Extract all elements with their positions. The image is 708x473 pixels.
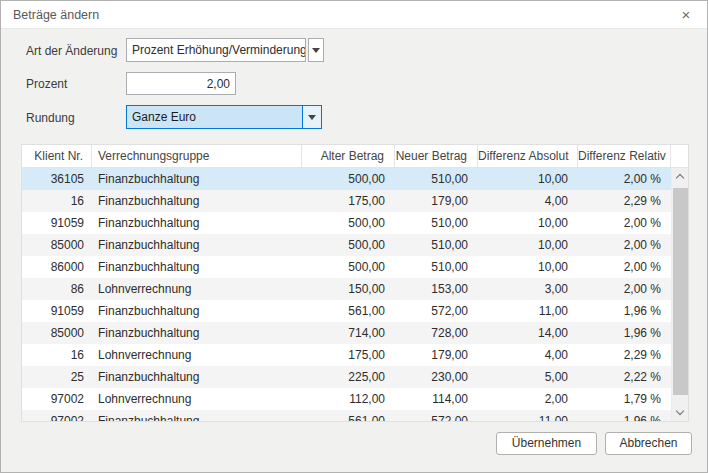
chevron-up-icon [676,174,684,182]
apply-button[interactable]: Übernehmen [496,432,597,455]
table-body: 36105 Finanzbuchhaltung 500,00 510,00 10… [22,168,671,421]
cell-neuer-betrag: 510,00 [395,256,478,278]
table-row[interactable]: 86 Lohnverrechnung 150,00 153,00 3,00 2,… [22,278,671,300]
cell-verrechnungsgruppe: Finanzbuchhaltung [92,322,302,344]
scrollbar-thumb[interactable] [673,188,688,395]
table-row[interactable]: 36105 Finanzbuchhaltung 500,00 510,00 10… [22,168,671,190]
cell-klient-nr: 85000 [22,322,92,344]
cell-verrechnungsgruppe: Lohnverrechnung [92,278,302,300]
change-type-label: Art der Änderung [26,44,117,58]
cell-klient-nr: 86 [22,278,92,300]
cell-differenz-relativ: 2,00 % [578,212,671,234]
column-header-klient-nr[interactable]: Klient Nr. [22,145,92,167]
cell-differenz-relativ: 2,00 % [578,278,671,300]
cell-differenz-absolut: 10,00 [478,234,578,256]
table-row[interactable]: 16 Finanzbuchhaltung 175,00 179,00 4,00 … [22,190,671,212]
cell-differenz-absolut: 3,00 [478,278,578,300]
cell-verrechnungsgruppe: Finanzbuchhaltung [92,410,302,421]
column-header-verrechnungsgruppe[interactable]: Verrechnungsgruppe [92,145,302,167]
cell-verrechnungsgruppe: Finanzbuchhaltung [92,234,302,256]
cell-verrechnungsgruppe: Finanzbuchhaltung [92,168,302,190]
cell-alter-betrag: 500,00 [302,212,395,234]
cell-klient-nr: 86000 [22,256,92,278]
change-amounts-dialog: Beträge ändern × Art der Änderung Prozen… [0,0,708,473]
cell-neuer-betrag: 572,00 [395,300,478,322]
dialog-title: Beträge ändern [13,8,99,22]
triangle-icon [308,115,316,120]
column-header-neuer-betrag[interactable]: Neuer Betrag [395,145,478,167]
cell-differenz-relativ: 1,96 % [578,322,671,344]
column-header-differenz-relativ[interactable]: Differenz Relativ [578,145,671,167]
scroll-up-icon[interactable] [672,168,689,185]
chevron-down-icon[interactable] [308,38,324,62]
table-row[interactable]: 97002 Lohnverrechnung 112,00 114,00 2,00… [22,388,671,410]
percent-label: Prozent [26,77,67,91]
cell-alter-betrag: 714,00 [302,322,395,344]
cell-klient-nr: 85000 [22,234,92,256]
table-row[interactable]: 91059 Finanzbuchhaltung 500,00 510,00 10… [22,212,671,234]
table-row[interactable]: 97002 Finanzbuchhaltung 561,00 572,00 11… [22,410,671,421]
table-row[interactable]: 86000 Finanzbuchhaltung 500,00 510,00 10… [22,256,671,278]
table-row[interactable]: 16 Lohnverrechnung 175,00 179,00 4,00 2,… [22,344,671,366]
cell-alter-betrag: 150,00 [302,278,395,300]
cell-differenz-absolut: 5,00 [478,366,578,388]
close-icon[interactable]: × [675,5,697,25]
cell-differenz-relativ: 2,00 % [578,234,671,256]
rounding-value: Ganze Euro [127,106,302,128]
chevron-down-icon[interactable] [302,106,321,128]
cell-klient-nr: 91059 [22,300,92,322]
cell-differenz-relativ: 2,29 % [578,190,671,212]
percent-input[interactable] [126,72,236,95]
cell-alter-betrag: 500,00 [302,256,395,278]
cell-alter-betrag: 175,00 [302,190,395,212]
cell-differenz-absolut: 4,00 [478,344,578,366]
cell-neuer-betrag: 510,00 [395,168,478,190]
cell-neuer-betrag: 510,00 [395,212,478,234]
amounts-table: Klient Nr. Verrechnungsgruppe Alter Betr… [21,144,689,422]
cell-klient-nr: 25 [22,366,92,388]
table-row[interactable]: 85000 Finanzbuchhaltung 500,00 510,00 10… [22,234,671,256]
cell-differenz-relativ: 2,00 % [578,256,671,278]
table-row[interactable]: 85000 Finanzbuchhaltung 714,00 728,00 14… [22,322,671,344]
cell-neuer-betrag: 114,00 [395,388,478,410]
cell-neuer-betrag: 510,00 [395,234,478,256]
cell-differenz-absolut: 10,00 [478,168,578,190]
cell-verrechnungsgruppe: Finanzbuchhaltung [92,300,302,322]
triangle-icon [312,48,320,53]
cell-verrechnungsgruppe: Finanzbuchhaltung [92,190,302,212]
scroll-down-icon[interactable] [672,404,689,421]
table-row[interactable]: 91059 Finanzbuchhaltung 561,00 572,00 11… [22,300,671,322]
cell-klient-nr: 97002 [22,388,92,410]
cell-differenz-absolut: 11,00 [478,300,578,322]
rounding-dropdown[interactable]: Ganze Euro [126,105,322,129]
column-header-alter-betrag[interactable]: Alter Betrag [302,145,395,167]
rounding-label: Rundung [26,111,75,125]
cell-verrechnungsgruppe: Lohnverrechnung [92,388,302,410]
cell-differenz-relativ: 1,96 % [578,300,671,322]
cell-neuer-betrag: 230,00 [395,366,478,388]
cell-differenz-absolut: 2,00 [478,388,578,410]
dialog-titlebar: Beträge ändern × [1,1,707,29]
cell-neuer-betrag: 572,00 [395,410,478,421]
cell-differenz-absolut: 4,00 [478,190,578,212]
change-type-value: Prozent Erhöhung/Verminderung [126,38,306,62]
cell-neuer-betrag: 153,00 [395,278,478,300]
chevron-down-icon [676,407,684,415]
vertical-scrollbar[interactable] [671,168,688,421]
cancel-button[interactable]: Abbrechen [605,432,692,455]
cell-differenz-relativ: 2,29 % [578,344,671,366]
cell-verrechnungsgruppe: Finanzbuchhaltung [92,256,302,278]
cell-alter-betrag: 175,00 [302,344,395,366]
change-type-dropdown[interactable]: Prozent Erhöhung/Verminderung [126,38,324,62]
cell-alter-betrag: 112,00 [302,388,395,410]
cell-neuer-betrag: 179,00 [395,190,478,212]
cell-differenz-relativ: 1,96 % [578,410,671,421]
cell-differenz-absolut: 10,00 [478,256,578,278]
cell-klient-nr: 16 [22,344,92,366]
table-row[interactable]: 25 Finanzbuchhaltung 225,00 230,00 5,00 … [22,366,671,388]
header-corner [671,145,688,167]
cell-klient-nr: 97002 [22,410,92,421]
column-header-differenz-absolut[interactable]: Differenz Absolut [478,145,578,167]
cell-klient-nr: 91059 [22,212,92,234]
cell-neuer-betrag: 179,00 [395,344,478,366]
